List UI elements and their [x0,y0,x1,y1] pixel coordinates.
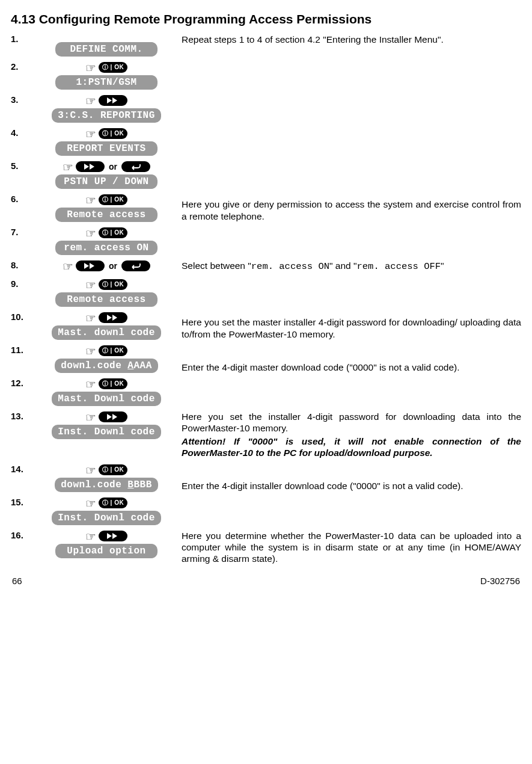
lcd-display: Mast. downl code [52,325,161,340]
lcd-display: Remote access [55,208,157,222]
step-description: Here you set the master installer 4-digi… [182,309,521,342]
key-row: ☞ or [63,161,150,173]
step-number: 16. [11,528,31,567]
hand-icon: ☞ [85,531,96,543]
hand-icon: ☞ [85,411,96,424]
ok-button-icon [99,227,127,238]
key-row: ☞ [85,227,127,239]
back-button-icon [121,260,150,271]
lcd-display: 3:C.S. REPORTING [52,108,161,123]
steps-table: 1. DEFINE COMM. Repeat steps 1 to 4 of s… [11,31,521,567]
lcd-display: 1:PSTN/GSM [55,75,157,90]
key-row: ☞ [85,194,127,206]
hand-icon: ☞ [85,62,96,74]
lcd-display: PSTN UP / DOWN [55,174,157,189]
warning-text: Attention! If "0000" is used, it will no… [182,436,521,459]
step-number: 8. [11,257,31,276]
key-row: ☞ [85,128,127,140]
ok-button-icon [99,345,127,356]
ok-button-icon [99,62,127,73]
key-row: ☞ [85,61,127,73]
text-fragment: " and " [329,260,356,271]
key-row: ☞ [85,312,127,324]
lcd-display: downl.code AAAA [55,359,158,373]
step-description: Here you determine whether the PowerMast… [182,528,521,567]
key-row: ☞ [85,279,127,291]
hand-icon: ☞ [85,345,96,357]
ok-button-icon [99,464,127,475]
key-row: ☞ [85,378,127,390]
key-row: ☞ [85,345,127,357]
step-description: Select between "rem. access ON" and "rem… [182,257,521,276]
step-number: 9. [11,276,31,309]
back-button-icon [121,161,150,172]
step-number: 1. [11,31,31,59]
hand-icon: ☞ [63,260,73,273]
hand-icon: ☞ [85,378,96,390]
key-row: ☞ [85,530,127,542]
step-description: Repeat steps 1 to 4 of section 4.2 "Ente… [182,31,521,59]
lcd-display: downl.code BBBB [55,478,158,492]
forward-button-icon [99,312,127,323]
or-label: or [109,162,117,171]
key-row: ☞ or [63,260,150,272]
ok-button-icon [99,194,127,205]
step-description: Enter the 4-digit master download code (… [182,342,521,375]
forward-button-icon [76,161,105,172]
lcd-display: Upload option [55,544,157,558]
page-number: 66 [12,576,22,586]
step-number: 11. [11,342,31,375]
lcd-display: Inst. Downl code [52,511,161,525]
step-number: 10. [11,309,31,342]
key-row: ☞ [85,411,127,423]
step-number: 13. [11,408,31,461]
step-number: 14. [11,461,31,494]
text-fragment: " [441,260,444,271]
or-label: or [109,261,117,271]
code-fragment: rem. access OFF [357,261,441,272]
hand-icon: ☞ [85,279,96,291]
hand-icon: ☞ [85,464,96,476]
hand-icon: ☞ [85,312,96,324]
hand-icon: ☞ [85,227,96,239]
step-number: 4. [11,125,31,158]
doc-id: D-302756 [480,576,520,586]
forward-button-icon [99,411,127,422]
lcd-display: REPORT EVENTS [55,141,157,156]
key-row: ☞ [85,464,127,476]
step-number: 12. [11,375,31,408]
ok-button-icon [99,378,127,389]
step-number: 6. [11,191,31,224]
step-number: 7. [11,224,31,257]
step-description: Here you set the installer 4-digit passw… [182,411,521,434]
step-description: Enter the 4-digit installer download cod… [182,461,521,494]
forward-button-icon [99,95,127,106]
key-row: ☞ [85,497,127,509]
forward-button-icon [99,531,127,541]
ok-button-icon [99,498,127,508]
ok-button-icon [99,279,127,290]
lcd-display: DEFINE COMM. [55,42,157,57]
lcd-display: Remote access [55,292,157,307]
lcd-display: rem. access ON [55,241,157,255]
step-number: 3. [11,92,31,125]
hand-icon: ☞ [85,498,96,510]
hand-icon: ☞ [85,128,96,140]
lcd-display: Inst. Downl code [52,425,161,439]
step-number: 2. [11,59,31,92]
page-title: 4.13 Configuring Remote Programming Acce… [11,12,521,26]
code-fragment: rem. access ON [251,261,329,272]
step-number: 5. [11,158,31,191]
hand-icon: ☞ [85,194,96,206]
text-fragment: Select between " [182,260,251,271]
step-description: Here you give or deny permission to acce… [182,191,521,224]
ok-button-icon [99,128,127,139]
forward-button-icon [76,260,105,271]
lcd-display: Mast. Downl code [52,392,161,406]
key-row: ☞ [85,94,127,106]
page-footer: 66 D-302756 [11,576,521,591]
hand-icon: ☞ [63,161,73,173]
hand-icon: ☞ [85,95,96,107]
step-number: 15. [11,494,31,528]
